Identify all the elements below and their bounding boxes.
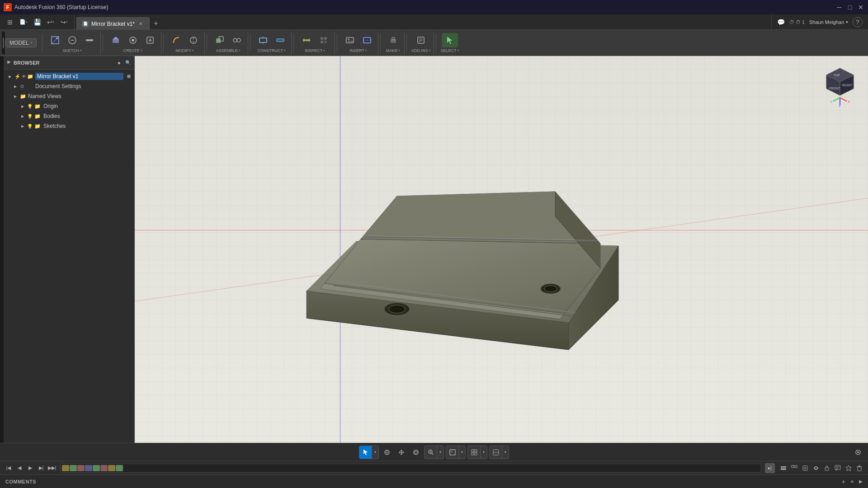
scripts-button[interactable] [413,33,429,47]
timeline-item-1[interactable] [62,465,69,471]
tab-mirror-bracket[interactable]: 📄 Mirror Bracket v1* ✕ [76,17,150,30]
zoom-button[interactable] [425,446,437,459]
timeline-expand-icon[interactable] [789,463,799,473]
sketches-expand[interactable]: ▶ [20,123,25,129]
viewport[interactable]: FRONT TOP RIGHT Z X Y [135,56,868,443]
timeline-settings-icon[interactable] [778,463,788,473]
tree-item-sketches[interactable]: ▶ 💡 📁 Sketches [4,121,134,131]
tree-item-bodies[interactable]: ▶ 💡 📁 Bodies [4,111,134,121]
timeline-prev-button[interactable]: ◀ [14,463,24,473]
close-button[interactable]: ✕ [857,4,864,11]
display-mode-button[interactable] [446,446,459,459]
zoom-dropdown-arrow[interactable]: ▾ [437,446,443,459]
tree-item-doc-settings[interactable]: ▶ ⚙ Document Settings [4,81,134,91]
timeline-next-button[interactable]: ▶| [36,463,46,473]
tree-item-root[interactable]: ▶ ⚡ 👁 📁 Mirror Bracket v1 [4,71,134,81]
insert-canvas-button[interactable] [359,33,375,47]
root-expand-icon[interactable]: ▶ [7,74,13,79]
model-dropdown[interactable]: MODEL ▾ [5,38,37,47]
bodies-expand[interactable]: ▶ [20,113,25,119]
new-body-button[interactable] [142,33,158,47]
stop-sketch-button[interactable] [64,33,80,47]
timeline-marker-icon[interactable] [844,463,854,473]
chamfer-button[interactable] [185,33,202,47]
user-profile[interactable]: Shaun Meighan ▾ [809,19,848,25]
apps-button[interactable]: ⊞ [4,16,16,28]
timeline-visibility-icon[interactable] [811,463,821,473]
left-panel-handle[interactable] [0,56,4,443]
comments-expand-icon[interactable]: ▶ [859,479,863,484]
tab-bar: 📄 Mirror Bracket v1* ✕ + [75,14,771,30]
maximize-button[interactable]: □ [846,4,854,11]
new-tab-button[interactable]: + [150,17,162,30]
viewport-canvas[interactable]: FRONT TOP RIGHT Z X Y [135,56,868,443]
create-sketch-button[interactable] [47,33,63,47]
sidebar-pin-icon[interactable]: ● [118,60,121,66]
help-button[interactable]: ? [853,17,863,27]
timeline-item-6[interactable] [100,465,108,471]
select-button[interactable] [442,33,458,47]
sidebar-collapse-icon[interactable]: ◀ [7,60,11,65]
svg-point-91 [857,451,859,453]
undo-button[interactable]: ↩▾ [44,16,57,28]
comments-add-button[interactable]: + [842,478,845,485]
timeline-end-marker[interactable]: ▸| [765,463,775,473]
timeline-play-button[interactable]: ▶ [25,463,35,473]
redo-button[interactable]: ↪▾ [58,16,71,28]
svg-rect-96 [795,465,797,468]
new-component-button[interactable] [212,33,228,47]
timeline-trash-icon[interactable] [854,463,864,473]
timeline-item-4[interactable] [85,465,92,471]
3dprint-button[interactable] [385,33,401,47]
insert-image-button[interactable] [342,33,358,47]
tree-item-origin[interactable]: ▶ 💡 📁 Origin [4,101,134,111]
timeline-track[interactable] [61,464,761,473]
grid-dropdown-arrow[interactable]: ▾ [481,446,487,459]
tab-close-button[interactable]: ✕ [137,21,144,27]
fillet-button[interactable] [168,33,184,47]
orbit-button[interactable] [410,446,422,459]
timeline-last-button[interactable]: ▶▶| [47,463,57,473]
timeline-new-icon[interactable] [800,463,810,473]
display-dropdown-arrow[interactable]: ▾ [459,446,465,459]
toolbar-section-inspect: INSPECT ▾ [296,32,335,54]
sketch-grid-button[interactable] [381,446,393,459]
named-views-expand[interactable]: ▶ [13,94,18,99]
joint-button[interactable] [229,33,245,47]
timeline-comment-icon[interactable] [833,463,843,473]
measure-button[interactable] [298,33,315,47]
doc-settings-expand[interactable]: ▶ [13,84,18,89]
origin-expand[interactable]: ▶ [20,103,25,109]
display-settings-button[interactable] [316,33,332,47]
grid-button[interactable] [468,446,481,459]
extrude-button[interactable] [108,33,124,47]
revolve-button[interactable] [125,33,141,47]
snap-button[interactable] [490,446,502,459]
midplane-button[interactable] [272,33,288,47]
sketch-line-button[interactable] [81,33,98,47]
timeline-first-button[interactable]: |◀ [4,463,14,473]
select-mode-button[interactable] [359,446,372,459]
snap-dropdown-arrow[interactable]: ▾ [502,446,509,459]
pan-button[interactable] [395,446,408,459]
new-button[interactable]: 📄▾ [17,16,30,28]
settings-button[interactable] [852,446,864,459]
svg-text:RIGHT: RIGHT [842,84,853,87]
toolbar-handle[interactable] [2,32,5,54]
timeline-item-5[interactable] [93,465,100,471]
tree-item-named-views[interactable]: ▶ 📁 Named Views [4,91,134,101]
timeline-item-7[interactable] [108,465,115,471]
timeline-item-8[interactable] [116,465,123,471]
offset-plane-button[interactable] [255,33,271,47]
minimize-button[interactable]: ─ [835,4,843,11]
timeline-item-2[interactable] [70,465,77,471]
timeline-item-3[interactable] [77,465,85,471]
viewcube[interactable]: FRONT TOP RIGHT Z X Y [817,61,863,107]
timeline-lock-icon[interactable] [822,463,832,473]
select-dropdown-arrow[interactable]: ▾ [372,446,378,459]
save-button[interactable]: 💾 [31,16,43,28]
notifications-button[interactable]: 💬 [777,19,785,26]
comments-scroll-indicator[interactable] [851,480,854,483]
comments-label: COMMENTS [5,479,36,484]
sidebar-search-icon[interactable]: 🔍 [125,60,131,65]
